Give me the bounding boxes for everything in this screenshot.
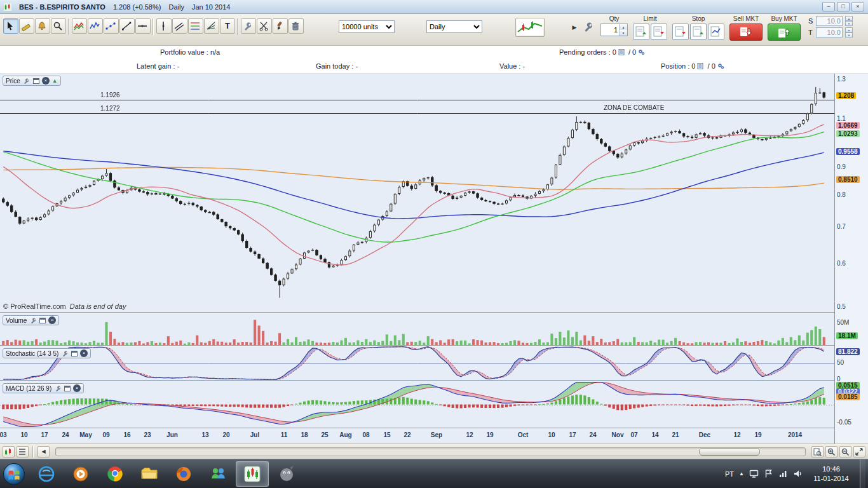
stochastic-window-icon[interactable] bbox=[71, 351, 78, 356]
qty-up-button[interactable]: ▲ bbox=[620, 24, 627, 30]
fit-chart-icon[interactable] bbox=[853, 446, 865, 458]
target-up-button[interactable]: ▲ bbox=[845, 27, 853, 32]
volume-icon[interactable] bbox=[793, 469, 803, 478]
trailing-stop-order-button[interactable] bbox=[708, 24, 724, 40]
taskbar-chrome[interactable] bbox=[98, 461, 132, 487]
volume-close-icon[interactable]: × bbox=[48, 316, 56, 324]
maximize-button[interactable]: □ bbox=[837, 2, 850, 11]
parallel-channel-tool[interactable] bbox=[172, 18, 187, 34]
pointer-tool[interactable] bbox=[3, 18, 18, 34]
zoom-in-icon[interactable] bbox=[825, 446, 837, 458]
scroll-left-button[interactable]: ◀ bbox=[37, 446, 50, 458]
scissors-tool[interactable] bbox=[257, 18, 272, 34]
close-button[interactable]: × bbox=[851, 2, 864, 11]
stop-loss-field[interactable] bbox=[816, 16, 843, 26]
pitchfork-tool[interactable] bbox=[204, 18, 219, 34]
monitor-icon[interactable] bbox=[749, 469, 759, 478]
account-info-row-1: Portfolio value : n/a Pending orders : 0… bbox=[0, 46, 868, 60]
timeframe-select[interactable]: Daily bbox=[426, 20, 482, 33]
minimize-button[interactable]: – bbox=[822, 2, 835, 11]
brush-tool[interactable] bbox=[273, 18, 288, 34]
zoom-tool[interactable] bbox=[51, 18, 66, 34]
taskbar-internet-explorer[interactable] bbox=[30, 461, 63, 487]
measure-tool[interactable] bbox=[19, 18, 34, 34]
axis-tick-label: 0.5 bbox=[837, 303, 846, 310]
price-close-icon[interactable]: × bbox=[42, 77, 50, 85]
target-field[interactable] bbox=[816, 27, 843, 37]
text-tool[interactable]: T bbox=[220, 18, 235, 34]
language-indicator[interactable]: PT bbox=[725, 470, 734, 478]
zigzag-indicator-tool[interactable] bbox=[72, 18, 87, 34]
x-axis-tick-label: Dec bbox=[693, 431, 716, 438]
orders-expand-button[interactable]: ▶ bbox=[570, 20, 579, 34]
chart-scrollbar-thumb[interactable] bbox=[699, 448, 760, 456]
wave-indicator-tool[interactable] bbox=[88, 18, 103, 34]
stop-loss-up-button[interactable]: ▲ bbox=[845, 16, 853, 21]
price-window-icon[interactable] bbox=[33, 78, 39, 84]
price-axis-column: 1.31.10.90.80.70.60.51.2081.06691.02930.… bbox=[834, 74, 868, 444]
chart-statusbar: ◀ bbox=[0, 444, 868, 459]
pending-orders-list-icon[interactable] bbox=[618, 48, 625, 56]
buy-limit-order-button[interactable] bbox=[633, 24, 649, 40]
order-settings-icon[interactable] bbox=[581, 20, 595, 34]
units-select[interactable]: 10000 units bbox=[339, 20, 395, 33]
x-axis-tick-label: 22 bbox=[396, 431, 419, 438]
stop-loss-down-button[interactable]: ▼ bbox=[845, 21, 853, 26]
snapshot-icon[interactable] bbox=[811, 446, 824, 458]
tray-expand-icon[interactable]: ▲ bbox=[739, 471, 744, 477]
vertical-line-tool[interactable] bbox=[156, 18, 172, 34]
chart-canvas[interactable] bbox=[0, 74, 834, 428]
horizontal-line-tool[interactable] bbox=[135, 18, 151, 34]
position-text: Position : 0 / 0 bbox=[661, 62, 726, 70]
quantity-stepper[interactable] bbox=[601, 24, 619, 36]
taskbar-gimp[interactable] bbox=[270, 461, 303, 487]
taskbar-prorealtime[interactable] bbox=[236, 461, 269, 487]
target-down-button[interactable]: ▼ bbox=[845, 32, 853, 37]
macd-settings-icon[interactable] bbox=[54, 384, 62, 392]
stochastic-close-icon[interactable]: × bbox=[80, 349, 88, 357]
macd-window-icon[interactable] bbox=[64, 386, 71, 391]
start-button[interactable] bbox=[3, 463, 25, 485]
sell-limit-order-button[interactable] bbox=[651, 24, 667, 40]
x-axis-tick-label: Jun bbox=[161, 431, 184, 438]
sell-mkt-button[interactable] bbox=[729, 24, 763, 41]
copyright-note: © ProRealTime.comData is end of day bbox=[3, 302, 126, 310]
show-desktop-button[interactable] bbox=[860, 459, 865, 488]
trendline-tool[interactable] bbox=[119, 18, 135, 34]
qty-down-button[interactable]: ▼ bbox=[620, 30, 627, 36]
zoom-out-icon[interactable] bbox=[839, 446, 851, 458]
macd-close-icon[interactable]: × bbox=[73, 384, 81, 392]
chart-scrollbar-track[interactable] bbox=[55, 447, 806, 456]
buy-stop-order-button[interactable] bbox=[690, 24, 707, 40]
axis-tick-label: 0.8 bbox=[837, 191, 846, 198]
points-line-tool[interactable] bbox=[104, 18, 119, 34]
volume-window-icon[interactable] bbox=[39, 318, 46, 323]
taskbar-firefox[interactable] bbox=[167, 461, 200, 487]
position-list-icon[interactable] bbox=[696, 62, 704, 70]
pending-orders-settings-icon[interactable] bbox=[637, 48, 645, 56]
taskbar-media-player[interactable] bbox=[64, 461, 97, 487]
volume-settings-icon[interactable] bbox=[29, 316, 37, 324]
chart-style-button[interactable] bbox=[515, 18, 545, 37]
clock[interactable]: 10:46 11-01-2014 bbox=[808, 464, 855, 483]
price-expand-icon[interactable]: ▲ bbox=[52, 78, 58, 84]
sell-stop-order-button[interactable] bbox=[672, 24, 689, 40]
action-center-flag-icon[interactable] bbox=[764, 469, 773, 478]
settings-tool[interactable] bbox=[241, 18, 256, 34]
system-tray: PT ▲ 10:46 11-01-2014 bbox=[725, 459, 868, 488]
fibonacci-tool[interactable] bbox=[188, 18, 203, 34]
macd-panel-header: MACD (12 26 9) × bbox=[3, 383, 84, 393]
network-icon[interactable] bbox=[778, 469, 788, 478]
x-axis-tick-label: Oct bbox=[512, 431, 534, 438]
alarm-tool[interactable] bbox=[35, 18, 50, 34]
stochastic-settings-icon[interactable] bbox=[61, 349, 69, 357]
position-settings-icon[interactable] bbox=[717, 62, 724, 70]
taskbar-messenger[interactable] bbox=[201, 461, 234, 487]
taskbar-file-explorer[interactable] bbox=[133, 461, 166, 487]
delete-tool[interactable] bbox=[288, 18, 304, 34]
buy-mkt-button[interactable] bbox=[768, 24, 801, 41]
objects-list-icon[interactable] bbox=[17, 446, 29, 458]
stochastic-panel-label: Stochastic (14 3 5) bbox=[6, 350, 58, 357]
price-settings-icon[interactable] bbox=[23, 77, 31, 85]
chart-display-icon[interactable] bbox=[3, 446, 15, 458]
